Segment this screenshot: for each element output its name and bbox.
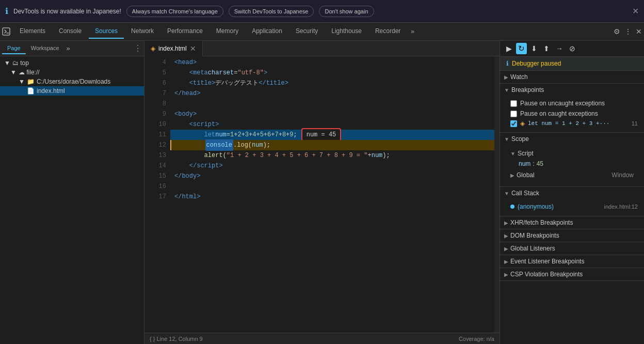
tree-item-label: 🗂 top (12, 59, 29, 67)
pause-caught-checkbox[interactable] (510, 111, 517, 117)
file-tab-more-icon[interactable]: » (67, 44, 70, 52)
csp-section-header[interactable]: CSP Violation Breakpoints (500, 268, 644, 280)
tab-console[interactable]: Console (53, 24, 88, 39)
breakpoint-file-icon: ◈ (520, 120, 525, 127)
callstack-fn-label: (anonymous) (518, 203, 554, 210)
listener-arrow-icon (504, 246, 508, 252)
listeners-label: Global Listeners (510, 245, 555, 252)
tree-item-file-origin[interactable]: ▼ ☁ file:// (0, 68, 144, 77)
editor-tabs: ◈ index.html ✕ (144, 41, 500, 56)
breakpoint-checkbox[interactable] (510, 120, 517, 127)
callstack-arrow-icon (504, 191, 509, 196)
editor-tab-index-html[interactable]: ◈ index.html ✕ (144, 41, 203, 56)
scope-section-header[interactable]: Scope (500, 133, 644, 145)
deactivate-breakpoints-button[interactable]: ⊘ (567, 43, 577, 54)
debugger-paused-banner: ℹ Debugger paused (500, 57, 644, 71)
tree-item-label: C:/Users/dorae/Downloads (37, 78, 110, 85)
code-line-14: </script> (170, 161, 494, 171)
pause-uncaught-row: Pause on uncaught exceptions (510, 98, 638, 108)
tab-sources[interactable]: Sources (89, 24, 124, 39)
code-line-17: </html> (170, 192, 494, 202)
chevron-down-icon: ▼ (4, 59, 10, 67)
main-layout: Page Workspace » ⋮ ▼ 🗂 top ▼ ☁ file:// ▼… (0, 41, 644, 344)
tab-security[interactable]: Security (289, 24, 324, 39)
callstack-section-header[interactable]: Call Stack (500, 187, 644, 199)
file-panel-dots-icon[interactable]: ⋮ (134, 43, 142, 53)
info-circle-icon: ℹ (506, 60, 509, 67)
callstack-section: Call Stack (anonymous) index.html:12 (500, 187, 644, 216)
tree-item-top[interactable]: ▼ 🗂 top (0, 58, 144, 68)
notification-close-icon[interactable]: ✕ (632, 6, 639, 16)
file-icon: 📄 (27, 87, 35, 95)
scope-key-num: num (519, 160, 530, 167)
menu-icon[interactable]: ⋮ (624, 27, 632, 36)
editor-scrollbar[interactable] (494, 56, 500, 333)
info-icon: ℹ (5, 6, 8, 16)
tree-item-folder[interactable]: ▼ 📁 C:/Users/dorae/Downloads (0, 77, 144, 86)
tree-item-index-html[interactable]: 📄 index.html (0, 86, 144, 96)
script-scope-label: Script (518, 150, 534, 157)
step-over-button[interactable]: ↻ (516, 43, 527, 54)
tab-elements[interactable]: Elements (13, 24, 52, 39)
breakpoint-item: ◈ let num = 1 + 2 + 3 +··· 11 (510, 119, 638, 128)
global-scope-label: Global (517, 171, 535, 179)
tab-memory[interactable]: Memory (210, 24, 245, 39)
settings-icon[interactable]: ⚙ (614, 27, 620, 36)
debug-toolbar: ▶ ↻ ⬇ ⬆ → ⊘ (500, 41, 644, 57)
step-button[interactable]: → (554, 43, 565, 54)
tab-workspace[interactable]: Workspace (26, 43, 65, 54)
callstack-item-anonymous[interactable]: (anonymous) index.html:12 (510, 201, 638, 212)
close-devtools-icon[interactable]: ✕ (636, 27, 642, 36)
chevron-down-icon: ▼ (10, 69, 17, 76)
breakpoint-code: let num = 1 + 2 + 3 +··· (528, 120, 609, 127)
tab-recorder[interactable]: Recorder (369, 24, 407, 39)
global-scope-header[interactable]: Global Window (510, 168, 638, 182)
xhr-section-header[interactable]: XHR/fetch Breakpoints (500, 216, 644, 229)
tab-close-icon[interactable]: ✕ (190, 44, 196, 53)
debugger-paused-label: Debugger paused (512, 60, 561, 67)
script-arrow-icon (510, 151, 516, 157)
tab-application[interactable]: Application (246, 24, 288, 39)
breakpoints-section-header[interactable]: Breakpoints (500, 84, 644, 96)
folder-icon: 📁 (27, 78, 35, 85)
tree-item-label: ☁ file:// (19, 69, 40, 76)
editor-tab-label: index.html (158, 45, 187, 52)
tab-page[interactable]: Page (2, 43, 26, 54)
file-panel: Page Workspace » ⋮ ▼ 🗂 top ▼ ☁ file:// ▼… (0, 41, 144, 344)
scope-arrow-icon (504, 136, 509, 142)
line-numbers: 4 5 6 7 8 9 10 11 12 13 14 15 16 17 (144, 56, 170, 333)
resume-button[interactable]: ▶ (504, 43, 514, 54)
dom-section-header[interactable]: DOM Breakpoints (500, 229, 644, 242)
event-section: Event Listener Breakpoints (500, 255, 644, 268)
global-scope-row: Global Window (517, 170, 634, 180)
event-label: Event Listener Breakpoints (510, 258, 584, 265)
event-section-header[interactable]: Event Listener Breakpoints (500, 255, 644, 268)
always-match-button[interactable]: Always match Chrome's language (126, 6, 223, 17)
file-tabs: Page Workspace » ⋮ (0, 41, 144, 56)
global-scope-value: Window (611, 171, 634, 179)
switch-devtools-button[interactable]: Switch DevTools to Japanese (229, 6, 314, 17)
code-line-4: <head> (170, 57, 494, 68)
breakpoints-label: Breakpoints (511, 86, 544, 93)
tab-network[interactable]: Network (125, 24, 160, 39)
xhr-arrow-icon (504, 220, 508, 226)
status-left: { } Line 12, Column 9 (150, 336, 203, 342)
pause-uncaught-checkbox[interactable] (510, 100, 517, 107)
dont-show-again-button[interactable]: Don't show again (319, 6, 374, 17)
csp-label: CSP Violation Breakpoints (510, 271, 583, 278)
scope-separator: : (533, 160, 534, 167)
editor-status-bar: { } Line 12, Column 9 Coverage: n/a (144, 333, 500, 344)
code-editor[interactable]: <head> <meta charset="utf-8"> <title>デバッ… (170, 56, 494, 333)
script-scope-header[interactable]: Script (510, 147, 638, 160)
watch-section-header[interactable]: Watch (500, 71, 644, 83)
tab-lighthouse[interactable]: Lighthouse (325, 24, 368, 39)
code-line-7: </head> (170, 88, 494, 99)
listener-section-header[interactable]: Global Listeners (500, 242, 644, 255)
step-out-button[interactable]: ⬆ (541, 43, 552, 54)
breakpoints-arrow-icon (504, 87, 509, 93)
tab-performance[interactable]: Performance (161, 24, 209, 39)
watch-section: Watch (500, 71, 644, 84)
code-line-8 (170, 99, 494, 109)
step-into-button[interactable]: ⬇ (529, 43, 539, 54)
more-tabs-icon[interactable]: » (408, 25, 417, 38)
